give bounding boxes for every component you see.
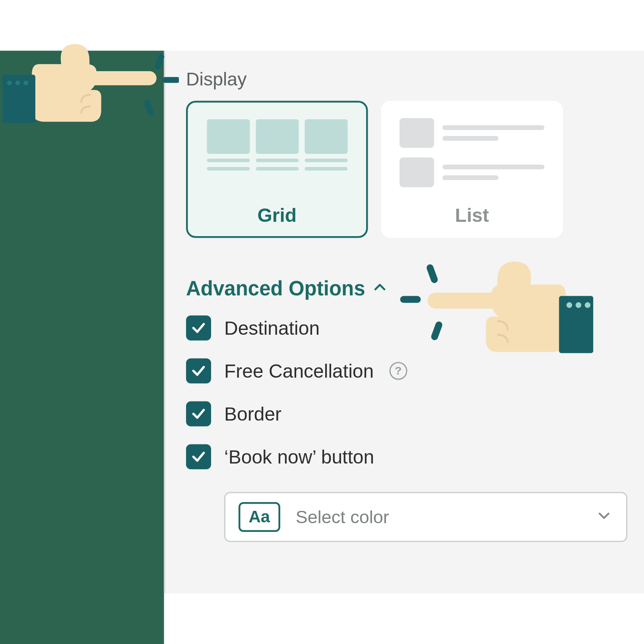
grid-preview-icon (202, 114, 352, 171)
list-preview-icon (397, 114, 547, 187)
color-select-placeholder: Select color (296, 507, 580, 527)
display-option-grid[interactable]: Grid (186, 101, 368, 238)
option-book-now: ‘Book now’ button (186, 444, 627, 469)
option-destination: Destination (186, 316, 627, 341)
display-option-list[interactable]: List (381, 101, 563, 238)
text-color-icon: Aa (239, 502, 280, 532)
option-free-cancellation: Free Cancellation ? (186, 359, 627, 384)
checkbox-free-cancellation[interactable] (186, 359, 211, 384)
display-option-list-label: List (397, 205, 547, 227)
display-options: Grid List (186, 101, 627, 238)
chevron-down-icon (595, 507, 613, 527)
display-option-grid-label: Grid (202, 205, 352, 227)
checkbox-book-now[interactable] (186, 444, 211, 469)
checkbox-destination[interactable] (186, 316, 211, 341)
display-section-label: Display (186, 69, 627, 90)
option-border-label: Border (224, 403, 281, 425)
advanced-options-label: Advanced Options (186, 277, 365, 300)
help-icon[interactable]: ? (389, 362, 407, 380)
option-destination-label: Destination (224, 317, 320, 339)
option-book-now-label: ‘Book now’ button (224, 446, 374, 468)
color-select[interactable]: Aa Select color (224, 492, 627, 542)
option-free-cancellation-label: Free Cancellation (224, 360, 374, 382)
settings-panel: Display Grid (164, 51, 644, 594)
advanced-options-list: Destination Free Cancellation ? Border (186, 316, 627, 469)
chevron-up-icon (372, 277, 388, 300)
advanced-options-toggle[interactable]: Advanced Options (186, 277, 627, 300)
decorative-green-block (0, 51, 164, 644)
option-border: Border (186, 402, 627, 427)
checkbox-border[interactable] (186, 402, 211, 427)
